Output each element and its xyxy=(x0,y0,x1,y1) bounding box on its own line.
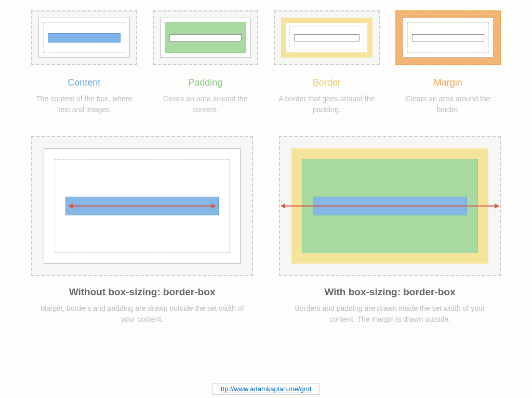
with-title: With box-sizing: border-box xyxy=(279,286,501,298)
source-link-box: ttp://www.adamkaplan.me/grid xyxy=(212,383,320,395)
width-arrow-icon xyxy=(281,205,499,207)
content-figure xyxy=(31,10,137,65)
margin-desc: Clears an area around the border. xyxy=(395,93,501,115)
without-desc: Margin, borders and padding are drawn ou… xyxy=(31,303,253,325)
box-sizing-with: With box-sizing: border-box Borders and … xyxy=(279,136,501,325)
box-model-content: Content The content of the box, where te… xyxy=(31,10,137,115)
margin-figure xyxy=(395,10,501,65)
border-desc: A border that goes around the padding. xyxy=(274,93,380,115)
box-sizing-without: Without box-sizing: border-box Margin, b… xyxy=(31,136,253,325)
box-model-row: Content The content of the box, where te… xyxy=(31,10,501,115)
content-title: Content xyxy=(31,77,137,88)
with-figure xyxy=(279,136,501,276)
border-title: Border xyxy=(274,77,380,88)
width-arrow-icon xyxy=(69,205,216,207)
border-figure xyxy=(274,10,380,65)
box-sizing-row: Without box-sizing: border-box Margin, b… xyxy=(31,136,501,325)
without-figure xyxy=(31,136,253,276)
source-link[interactable]: ttp://www.adamkaplan.me/grid xyxy=(221,385,311,393)
without-title: Without box-sizing: border-box xyxy=(31,286,253,298)
padding-title: Padding xyxy=(153,77,259,88)
padding-desc: Clears an area around the content. xyxy=(153,93,259,115)
margin-title: Margin xyxy=(395,77,501,88)
box-model-padding: Padding Clears an area around the conten… xyxy=(153,10,259,115)
padding-figure xyxy=(153,10,259,65)
content-desc: The content of the box, where text and i… xyxy=(31,93,137,115)
box-model-border: Border A border that goes around the pad… xyxy=(274,10,380,115)
with-desc: Borders and padding are drawn inside the… xyxy=(279,303,501,325)
box-model-margin: Margin Clears an area around the border. xyxy=(395,10,501,115)
